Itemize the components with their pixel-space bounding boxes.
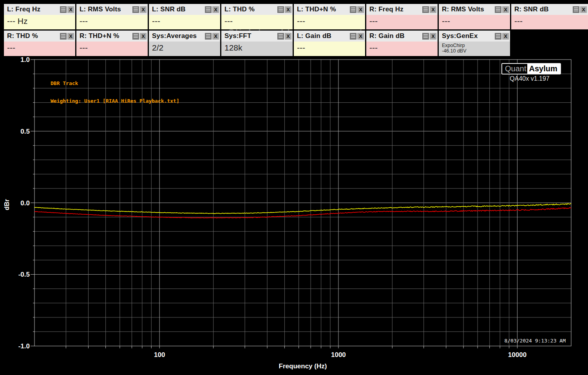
panel-l-rms-volts: L: RMS VoltsX---: [76, 4, 148, 29]
menu-icon[interactable]: [205, 33, 212, 40]
panel-r-rms-volts: R: RMS VoltsX---: [439, 4, 510, 29]
panel-l-thd-n: L: THD+N %X---: [294, 4, 365, 29]
panel-header[interactable]: R: THD %X: [4, 31, 75, 42]
close-icon[interactable]: X: [285, 33, 291, 40]
svg-text:0.5: 0.5: [20, 128, 30, 135]
logo-asylum-text: Asylum: [527, 64, 560, 74]
menu-icon[interactable]: [495, 33, 501, 40]
menu-icon[interactable]: [495, 6, 501, 13]
x-axis-title: Frequency (Hz): [279, 362, 327, 370]
panel-title: L: Gain dB: [297, 32, 331, 40]
panel-header[interactable]: L: Freq HzX: [4, 4, 75, 15]
panel-header[interactable]: L: THD %X: [221, 4, 293, 15]
panel-title: Sys:Averages: [152, 32, 197, 40]
annotation-line-1: DBR Track: [51, 80, 179, 86]
series-left-trace: [34, 203, 571, 214]
panel-header-icons: X: [132, 33, 148, 40]
close-icon[interactable]: X: [67, 33, 74, 40]
close-icon[interactable]: X: [67, 6, 74, 13]
menu-icon[interactable]: [60, 33, 67, 40]
panel-value: --- Hz: [4, 15, 75, 29]
menu-icon[interactable]: [277, 33, 284, 40]
panel-value: ---: [76, 15, 148, 29]
panel-header[interactable]: L: THD+N %X: [294, 4, 365, 15]
panel-header-icons: X: [60, 6, 75, 13]
panel-header[interactable]: L: Gain dBX: [294, 31, 365, 42]
svg-text:-1.0: -1.0: [18, 342, 30, 350]
panel-header-icons: X: [277, 6, 293, 13]
menu-icon[interactable]: [422, 6, 429, 13]
close-icon[interactable]: X: [212, 6, 219, 13]
panel-header[interactable]: L: RMS VoltsX: [76, 4, 148, 15]
menu-icon[interactable]: [132, 6, 139, 13]
frequency-response-chart[interactable]: 1.00.50.0-0.5-1.0100100010000: [0, 0, 588, 375]
svg-text:0.0: 0.0: [20, 199, 30, 207]
menu-icon[interactable]: [277, 6, 284, 13]
panel-value: ---: [294, 15, 365, 29]
panel-l-snr-db: L: SNR dBX---: [149, 4, 220, 29]
panel-r-thd-n: R: THD+N %X---: [76, 31, 148, 56]
close-icon[interactable]: X: [357, 6, 364, 13]
close-icon[interactable]: X: [502, 6, 509, 13]
app-version: QA40x v1.197: [510, 75, 549, 82]
panel-l-freq-hz: L: Freq HzX--- Hz: [4, 4, 75, 29]
menu-icon[interactable]: [573, 6, 579, 13]
panel-r-snr-db: R: SNR dBX---: [511, 4, 588, 29]
annotation-line-2: Weighting: User1 [RIAA HiRes Playback.tx…: [51, 98, 179, 104]
panel-l-thd: L: THD %X---: [221, 4, 293, 29]
chart-annotation: DBR Track Weighting: User1 [RIAA HiRes P…: [51, 69, 179, 116]
panel-header[interactable]: Sys:FFTX: [221, 31, 293, 42]
panel-header[interactable]: R: Gain dBX: [366, 31, 438, 42]
panel-value: ---: [366, 42, 438, 56]
close-icon[interactable]: X: [212, 33, 219, 40]
panel-header-icons: X: [132, 6, 148, 13]
panel-title: Sys:FFT: [224, 32, 251, 40]
panel-header[interactable]: Sys:AveragesX: [149, 31, 220, 42]
close-icon[interactable]: X: [140, 6, 147, 13]
panel-header[interactable]: R: THD+N %X: [76, 31, 148, 42]
panel-value: ---: [4, 42, 75, 56]
panel-header[interactable]: Sys:GenExX: [439, 31, 510, 42]
panel-title: L: Freq Hz: [7, 5, 40, 13]
panel-sys-genex: Sys:GenExXExpoChirp-46.10 dBV: [439, 31, 510, 56]
panel-title: R: RMS Volts: [442, 5, 484, 13]
panel-title: L: THD+N %: [297, 5, 336, 13]
menu-icon[interactable]: [60, 6, 67, 13]
panel-value: ---: [511, 15, 588, 29]
close-icon[interactable]: X: [140, 33, 147, 40]
panel-value: 128k: [221, 42, 293, 56]
panel-header[interactable]: R: SNR dBX: [511, 4, 588, 15]
panel-title: Sys:GenEx: [442, 32, 478, 40]
menu-icon[interactable]: [205, 6, 212, 13]
panel-title: R: Freq Hz: [369, 5, 403, 13]
menu-icon[interactable]: [350, 33, 356, 40]
close-icon[interactable]: X: [285, 6, 291, 13]
panel-header-icons: X: [350, 6, 365, 13]
panel-value: 2/2: [149, 42, 220, 56]
panel-value: ExpoChirp-46.10 dBV: [439, 42, 510, 56]
panel-header[interactable]: R: RMS VoltsX: [439, 4, 510, 15]
panel-header[interactable]: L: SNR dBX: [149, 4, 220, 15]
panel-header[interactable]: R: Freq HzX: [366, 4, 438, 15]
panel-header-icons: X: [422, 33, 438, 40]
close-icon[interactable]: X: [580, 6, 587, 13]
panel-header-icons: X: [495, 6, 510, 13]
close-icon[interactable]: X: [502, 33, 509, 40]
panel-r-thd: R: THD %X---: [4, 31, 75, 56]
panel-title: R: Gain dB: [369, 32, 405, 40]
panel-title: L: SNR dB: [152, 5, 186, 13]
svg-text:1.0: 1.0: [20, 56, 30, 63]
menu-icon[interactable]: [350, 6, 356, 13]
panel-value: ---: [366, 15, 438, 29]
close-icon[interactable]: X: [430, 6, 436, 13]
menu-icon[interactable]: [132, 33, 139, 40]
close-icon[interactable]: X: [357, 33, 364, 40]
panel-value: ---: [76, 42, 148, 56]
series-right-trace: [34, 208, 571, 218]
panel-sys-fft: Sys:FFTX128k: [221, 31, 293, 56]
close-icon[interactable]: X: [430, 33, 436, 40]
panel-title: L: RMS Volts: [80, 5, 121, 13]
menu-icon[interactable]: [422, 33, 429, 40]
y-axis-title: dBr: [4, 199, 11, 210]
qa40x-app-window: Click to add measurement L: Freq HzX--- …: [0, 0, 588, 375]
